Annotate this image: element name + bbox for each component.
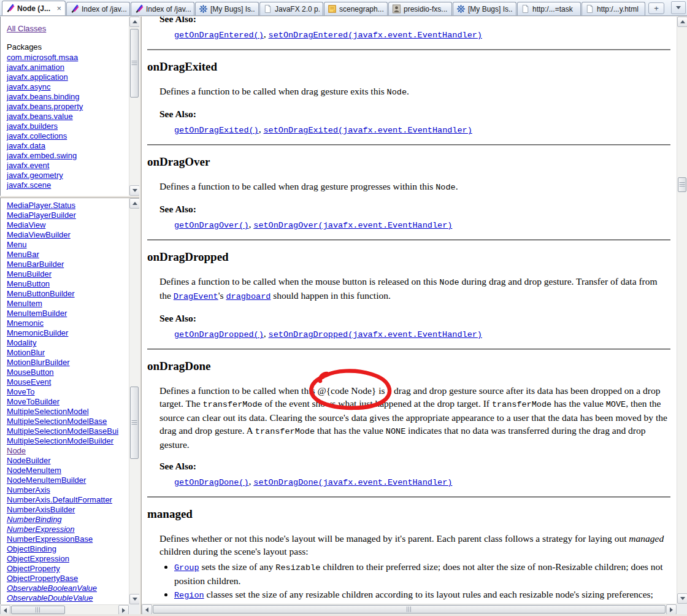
class-link[interactable]: NodeMenuItem [7,466,61,475]
package-link[interactable]: javafx.data [7,141,45,150]
class-link[interactable]: MultipleSelectionModelBuilder [7,436,113,445]
see-also-link[interactable]: getOnDragDropped() [174,330,264,339]
class-link[interactable]: MediaViewBuilder [7,230,71,239]
class-link[interactable]: MoveToBuilder [7,397,59,406]
class-link[interactable]: MouseEvent [7,377,51,387]
class-link[interactable]: MenuBuilder [7,269,52,279]
class-link[interactable]: MenuButtonBuilder [7,289,75,298]
javadoc-link[interactable]: dragboard [226,292,271,301]
scrollbar-thumb[interactable] [678,177,686,192]
see-also-link[interactable]: setOnDragDone(javafx.event.EventHandler) [253,478,452,487]
browser-tab[interactable]: http:/...=task [517,2,581,15]
class-link[interactable]: NumberAxis.DefaultFormatter [7,495,112,504]
main-horizontal-scrollbar[interactable] [142,604,677,614]
classes-vertical-scrollbar[interactable] [129,198,139,604]
package-link[interactable]: javafx.beans.value [7,112,73,121]
close-icon[interactable]: × [56,6,62,12]
see-also-link[interactable]: setOnDragDropped(javafx.event.EventHandl… [269,330,482,339]
class-link[interactable]: ObjectProperty [7,564,60,573]
package-link[interactable]: javafx.scene [7,180,51,190]
scrollbar-thumb[interactable] [11,606,65,614]
browser-tab[interactable]: [My Bugs] Is... [453,2,516,15]
class-link[interactable]: ObservableBooleanValue [7,583,97,593]
see-also-link[interactable]: getOnDragEntered() [174,31,264,40]
class-link[interactable]: NumberAxisBuilder [7,505,75,514]
scroll-right-button[interactable] [666,604,677,615]
see-also-link[interactable]: getOnDragOver() [174,221,249,230]
class-link[interactable]: MenuItem [7,299,42,308]
javadoc-link[interactable]: DragEvent [174,292,218,301]
class-link[interactable]: MouseButton [7,368,54,377]
class-link[interactable]: NodeMenuItemBuilder [7,475,86,485]
class-link[interactable]: MultipleSelectionModelBaseBui [7,426,118,436]
see-also-link[interactable]: getOnDragExited() [174,126,259,135]
scrollbar-thumb[interactable] [130,29,139,98]
browser-tab[interactable]: JavaFX 2.0 p... [259,2,323,15]
class-link[interactable]: NumberExpression [7,525,75,534]
class-link[interactable]: Menu [7,240,27,249]
scroll-up-button[interactable] [677,17,687,27]
package-link[interactable]: javafx.beans.binding [7,92,80,101]
browser-tab[interactable]: Node (J...× [2,1,66,15]
scrollbar-thumb[interactable] [130,387,139,459]
class-link[interactable]: MenuBarBuilder [7,260,64,269]
class-link[interactable]: MotionBlur [7,348,45,357]
class-link[interactable]: MultipleSelectionModel [7,407,89,416]
package-link[interactable]: javafx.event [7,161,49,170]
class-link[interactable]: MediaView [7,220,45,229]
package-link[interactable]: javafx.builders [7,121,58,131]
see-also-link[interactable]: setOnDragExited(javafx.event.EventHandle… [263,126,472,135]
browser-tab[interactable]: http:/...y.html [581,2,645,15]
class-link[interactable]: MenuBar [7,250,39,259]
package-link[interactable]: javafx.async [7,82,51,91]
scrollbar-thumb[interactable] [153,605,666,614]
class-link[interactable]: NumberAxis [7,485,50,495]
package-link[interactable]: javafx.collections [7,131,67,141]
browser-tab[interactable]: [My Bugs] Is... [195,2,259,15]
scroll-down-button[interactable] [129,185,140,196]
class-link[interactable]: NumberExpressionBase [7,534,93,544]
browser-tab[interactable]: Index of /jav... [66,2,130,15]
class-link[interactable]: MultipleSelectionModelBase [7,417,107,426]
new-tab-button[interactable]: + [648,2,664,14]
see-also-link[interactable]: setOnDragOver(javafx.event.EventHandler) [253,221,452,230]
browser-tab[interactable]: Index of /jav... [131,2,194,15]
browser-tab[interactable]: presidio-fxs... [388,2,452,15]
class-link[interactable]: MediaPlayer.Status [7,201,75,210]
package-link[interactable]: javafx.embed.swing [7,151,77,160]
scroll-down-button[interactable] [129,594,140,604]
scroll-left-button[interactable] [142,604,152,615]
see-also-link[interactable]: getOnDragDone() [174,478,249,487]
class-link[interactable]: Modality [7,338,36,347]
packages-scrollbar[interactable] [129,17,139,196]
class-link[interactable]: MoveTo [7,387,35,396]
package-link[interactable]: javafx.beans.property [7,102,83,111]
class-link[interactable]: MediaPlayerBuilder [7,210,76,220]
list-all-tabs-button[interactable] [671,1,686,14]
package-link[interactable]: javafx.geometry [7,171,63,180]
see-also-link[interactable]: setOnDragEntered(javafx.event.EventHandl… [269,31,482,40]
all-classes-link[interactable]: All Classes [7,24,46,34]
classes-horizontal-scrollbar[interactable] [0,604,129,615]
package-link[interactable]: com.microsoft.msaa [7,53,78,62]
package-link[interactable]: javafx.application [7,72,68,82]
class-link[interactable]: MnemonicBuilder [7,328,68,337]
class-link[interactable]: MenuButton [7,279,50,288]
javadoc-link[interactable]: Region [174,591,204,600]
class-link[interactable]: Node [7,446,26,455]
class-link[interactable]: NumberBinding [7,515,62,524]
class-link[interactable]: NodeBuilder [7,456,51,465]
class-link[interactable]: Mnemonic [7,318,44,328]
class-link[interactable]: MenuItemBuilder [7,309,67,318]
class-link[interactable]: ObservableDoubleValue [7,593,93,603]
class-link[interactable]: ObjectPropertyBase [7,574,78,583]
scroll-up-button[interactable] [129,198,140,209]
class-link[interactable]: MotionBlurBuilder [7,358,70,367]
javadoc-link[interactable]: Group [174,563,199,572]
main-vertical-scrollbar[interactable] [677,17,687,604]
class-link[interactable]: ObjectBinding [7,544,56,553]
scroll-up-button[interactable] [129,17,140,27]
scroll-down-button[interactable] [677,593,687,604]
class-link[interactable]: ObjectExpression [7,554,69,563]
package-link[interactable]: javafx.animation [7,63,64,72]
